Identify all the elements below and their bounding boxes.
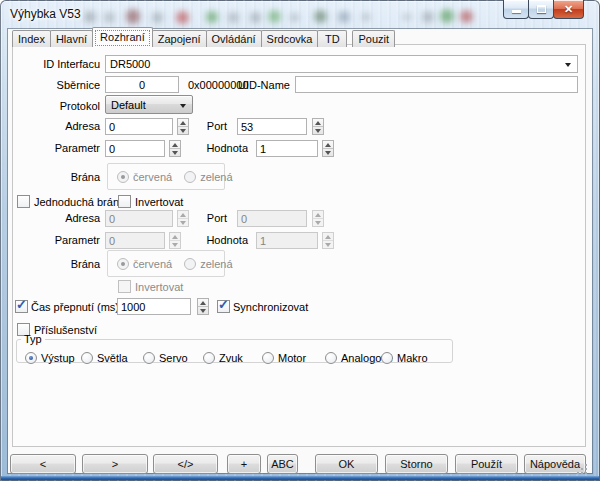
tab-index[interactable]: Index xyxy=(12,30,51,47)
brana-groupbox: červená zelená xyxy=(107,163,225,190)
cas-prepnuti-input[interactable] xyxy=(117,298,191,315)
tab-bar: Index Hlavní Rozhraní Zapojení Ovládání … xyxy=(12,27,394,47)
jednoducha-brana-checkbox[interactable]: ✓ xyxy=(17,195,30,208)
radio-zvuk-label: Zvuk xyxy=(219,352,243,364)
radio-makro[interactable] xyxy=(381,352,393,364)
radio-zvuk[interactable] xyxy=(203,352,215,364)
radio-servo[interactable] xyxy=(143,352,155,364)
brana2-groupbox: červená zelená xyxy=(107,250,225,277)
radio-zelena-label: zelená xyxy=(200,171,232,183)
add-button[interactable]: + xyxy=(227,454,261,474)
titlebar-glass-artifact xyxy=(402,14,412,20)
port2-spinner xyxy=(312,210,324,227)
spin-up-icon xyxy=(170,233,180,241)
spin-down-icon[interactable] xyxy=(313,127,323,134)
jednoducha-brana-label: Jednoduchá brána xyxy=(34,195,125,210)
titlebar-glass-artifact xyxy=(126,9,140,24)
hodnota2-spinner xyxy=(322,232,334,249)
next-button[interactable]: > xyxy=(82,454,148,474)
uid-name-label: UID-Name xyxy=(238,78,290,93)
chevron-down-icon[interactable] xyxy=(565,63,571,67)
spin-down-icon[interactable] xyxy=(170,149,180,156)
prev-button[interactable]: < xyxy=(10,454,76,474)
spin-up-icon[interactable] xyxy=(170,141,180,149)
chevron-down-icon[interactable] xyxy=(180,104,186,108)
pouzit-button[interactable]: Použít xyxy=(455,454,518,474)
spin-down-icon[interactable] xyxy=(323,149,333,156)
check-icon: ✓ xyxy=(218,297,229,312)
tab-td[interactable]: TD xyxy=(317,30,347,47)
radio-svetla-label: Světla xyxy=(97,352,128,364)
close-button[interactable]: ✕ xyxy=(553,0,584,19)
port-spinner[interactable] xyxy=(312,118,324,135)
spin-up-icon[interactable] xyxy=(313,119,323,127)
minimize-button[interactable] xyxy=(503,0,529,19)
titlebar-glass-artifact xyxy=(152,12,163,23)
spin-up-icon[interactable] xyxy=(323,141,333,149)
invertovat-checkbox[interactable]: ✓ xyxy=(118,195,131,208)
titlebar-glass-artifact xyxy=(290,13,299,22)
uid-name-input[interactable] xyxy=(295,76,578,93)
cas-prepnuti-checkbox[interactable]: ✓ xyxy=(15,300,28,313)
hodnota-input[interactable] xyxy=(256,140,318,157)
ok-button[interactable]: OK xyxy=(315,454,378,474)
parametr2-input xyxy=(105,232,165,249)
radio-servo-label: Servo xyxy=(159,352,188,364)
radio-vystup[interactable] xyxy=(25,352,37,364)
radio-zelena xyxy=(184,258,196,270)
titlebar-glass-artifact xyxy=(422,11,434,23)
port-input[interactable] xyxy=(237,118,307,135)
titlebar-glass-artifact xyxy=(228,12,239,23)
titlebar-glass-artifact xyxy=(362,13,370,21)
tab-pouzit[interactable]: Pouzit xyxy=(352,30,395,47)
spin-down-icon[interactable] xyxy=(198,307,208,314)
maximize-button[interactable] xyxy=(528,0,554,19)
titlebar-glass-artifact xyxy=(460,10,473,23)
titlebar-glass-artifact xyxy=(314,10,327,23)
radio-svetla[interactable] xyxy=(81,352,93,364)
code-button[interactable]: </> xyxy=(153,454,218,474)
sbernice-input[interactable] xyxy=(105,76,179,93)
spin-up-icon xyxy=(323,233,333,241)
adresa-label: Adresa xyxy=(20,119,100,134)
parametr2-label: Parametr xyxy=(20,233,100,248)
close-icon: ✕ xyxy=(564,4,573,15)
storno-button[interactable]: Storno xyxy=(385,454,448,474)
window-title: Výhybka V53 xyxy=(10,7,81,21)
port-label: Port xyxy=(180,119,227,134)
resize-grip[interactable] xyxy=(585,464,587,466)
tab-rozhrani[interactable]: Rozhraní xyxy=(92,27,153,47)
invertovat2-checkbox: ✓ xyxy=(118,280,131,293)
tab-ovladani[interactable]: Ovládání xyxy=(206,30,262,47)
radio-vystup-label: Výstup xyxy=(41,352,75,364)
radio-analogove[interactable] xyxy=(325,352,337,364)
adresa-input[interactable] xyxy=(105,118,173,135)
titlebar-glass-artifact xyxy=(250,12,261,23)
parametr-label: Parametr xyxy=(20,141,100,156)
tab-srdcovka[interactable]: Srdcovka xyxy=(261,30,319,47)
titlebar-glass-artifact xyxy=(440,9,454,23)
tab-zapojeni[interactable]: Zapojení xyxy=(152,30,207,47)
radio-cervena-label: červená xyxy=(133,258,172,270)
hodnota-spinner[interactable] xyxy=(322,140,334,157)
titlebar[interactable]: Výhybka V53 ✕ xyxy=(0,0,600,29)
id-interfacu-combobox[interactable]: DR5000 xyxy=(105,55,578,73)
napoveda-button[interactable]: Nápověda xyxy=(524,454,586,474)
synchronizovat-label: Synchronizovat xyxy=(233,300,308,315)
cas-prepnuti-spinner[interactable] xyxy=(197,298,209,315)
radio-zelena-label: zelená xyxy=(200,258,232,270)
protokol-combobox[interactable]: Default xyxy=(105,95,193,114)
abc-button[interactable]: ABC xyxy=(267,454,298,474)
parametr-input[interactable] xyxy=(105,140,165,157)
synchronizovat-checkbox[interactable]: ✓ xyxy=(217,300,230,313)
titlebar-glass-artifact xyxy=(176,11,189,24)
invertovat2-label: Invertovat xyxy=(135,280,183,295)
titlebar-glass-artifact xyxy=(104,12,115,23)
parametr-spinner[interactable] xyxy=(169,140,181,157)
tab-hlavni[interactable]: Hlavní xyxy=(50,30,93,47)
radio-motor[interactable] xyxy=(262,352,274,364)
brana2-label: Brána xyxy=(20,257,100,272)
protokol-value: Default xyxy=(106,99,146,111)
dialog-window: Výhybka V53 ✕ Index Hlavní Rozhraní Zapo… xyxy=(0,0,600,481)
spin-up-icon[interactable] xyxy=(198,299,208,307)
